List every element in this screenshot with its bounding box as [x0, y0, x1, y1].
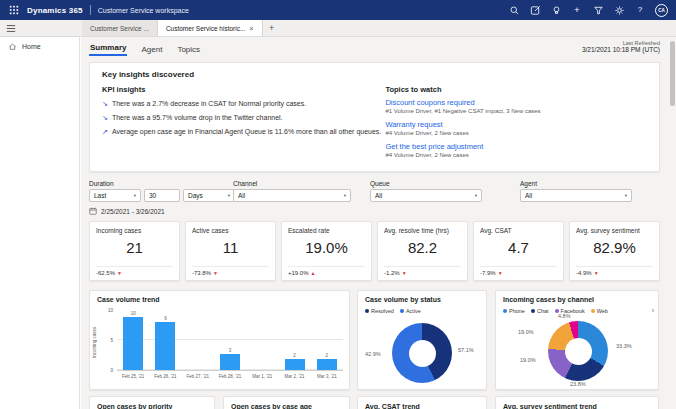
tab-summary[interactable]: Summary [89, 43, 127, 56]
topbar-right: + ? CA [508, 4, 668, 17]
search-icon[interactable] [508, 4, 520, 16]
trend-arrow-icon: ▼ [498, 270, 503, 276]
chart-open-cases-by-priority: Open cases by priority [89, 396, 215, 409]
help-icon[interactable]: ? [634, 4, 646, 16]
chevron-down-icon: ▾ [625, 193, 627, 198]
topic-link[interactable]: Discount coupons required [385, 98, 647, 107]
session-tabs: Customer Service ... Customer Service hi… [82, 20, 263, 36]
waffle-menu-icon[interactable] [8, 4, 20, 16]
legend-item[interactable]: Web [591, 308, 608, 314]
topic-link[interactable]: Get the best price adjustment [385, 142, 647, 151]
pct-label: 42.9% [365, 351, 381, 357]
x-tick-label: Feb 28, '21 [214, 374, 246, 379]
kpi-value: 4.7 [474, 239, 563, 256]
scrollbar-thumb[interactable] [670, 41, 675, 106]
legend-dot [503, 309, 507, 313]
legend-item[interactable]: Chat [531, 308, 549, 314]
hamburger-menu-icon[interactable] [0, 20, 22, 36]
chart-avg-survey-sentiment-trend: Avg. survey sentiment trend [495, 396, 659, 409]
user-avatar[interactable]: CA [655, 4, 668, 17]
topic-item: Warranty request #4 Volume Driver, 2 New… [385, 120, 647, 136]
bar-value-label: 9 [164, 316, 167, 321]
tab-topics[interactable]: Topics [176, 45, 201, 56]
bar-value-label: 2 [326, 353, 329, 358]
tab-customer-service-historical[interactable]: Customer Service historic... × [158, 20, 263, 36]
duration-count-input[interactable]: 30 [144, 189, 180, 202]
trend-down-icon: ↘ [102, 113, 108, 122]
legend-dot [591, 309, 595, 313]
filter-icon[interactable] [592, 4, 604, 16]
pct-label: 19.0% [518, 329, 534, 335]
kpi-insight-item: ↗ Average open case age in Financial Age… [102, 127, 385, 136]
legend-item[interactable]: Phone [503, 308, 525, 314]
tab-customer-service[interactable]: Customer Service ... [82, 20, 158, 36]
bar-slot: 9 [149, 311, 181, 370]
y-axis-title: Incoming cases [92, 317, 97, 367]
kpi-delta: -1.2%▼ [384, 266, 461, 276]
legend-2: PhoneChatFacebookWeb [503, 308, 608, 314]
chart-title: Case volume by status [365, 296, 441, 303]
bar[interactable] [317, 359, 337, 370]
agent-select[interactable]: All▾ [520, 189, 632, 202]
kpi-insight-item: ↘ There was a 95.7% volume drop in the T… [102, 113, 385, 122]
bar-slot: 2 [311, 311, 343, 370]
quick-create-plus-icon[interactable]: + [571, 4, 583, 16]
calendar-icon [89, 207, 97, 215]
kpi-card-incoming-cases: Incoming cases 21 -62.5%▼ [89, 221, 180, 281]
bar[interactable] [285, 359, 305, 370]
donut-1[interactable] [392, 323, 452, 383]
chart-title: Incoming cases by channel [503, 296, 594, 303]
gear-icon[interactable] [613, 4, 625, 16]
bar-xlabels: Feb 25, '21Feb 26, '21Feb 27, '21Feb 28,… [117, 374, 343, 379]
chart-title: Open cases by priority [90, 397, 214, 409]
duration-unit-select[interactable]: Days▾ [183, 189, 235, 202]
kpi-value: 19.0% [282, 239, 371, 256]
kpi-insight-text: Average open case age in Financial Agent… [112, 127, 381, 136]
legend-item[interactable]: Active [400, 308, 421, 314]
pct-label: 23.8% [570, 381, 586, 387]
kpi-delta: -62.5%▼ [96, 266, 173, 276]
bar-yticks: 1050 [99, 309, 113, 374]
trend-arrow-icon: ▼ [594, 270, 599, 276]
x-tick-label: Feb 25, '21 [117, 374, 149, 379]
kpi-value: 21 [90, 239, 179, 256]
kpi-card-avg-csat: Avg. CSAT 4.7 -7.9%▼ [473, 221, 564, 281]
legend-dot [531, 309, 535, 313]
bar-value-label: 3 [229, 348, 232, 353]
app-name[interactable]: Customer Service workspace [98, 7, 189, 14]
bar-slot: 3 [214, 311, 246, 370]
bar[interactable] [220, 354, 240, 370]
donut-2[interactable] [548, 321, 608, 381]
chevron-down-icon: ▾ [344, 193, 346, 198]
bar-slot [182, 311, 214, 370]
sidebar-item-label: Home [22, 43, 41, 50]
tab-agent[interactable]: Agent [140, 45, 163, 56]
legend-label: Active [406, 308, 421, 314]
queue-select[interactable]: All▾ [370, 189, 482, 202]
channel-select[interactable]: All▾ [233, 189, 351, 202]
date-range-value: 2/25/2021 - 3/26/2021 [101, 208, 165, 215]
sidebar-item-home[interactable]: Home [0, 37, 79, 56]
bar-slot [246, 311, 278, 370]
channel-label: Channel [233, 180, 257, 187]
date-range[interactable]: 2/25/2021 - 3/26/2021 [89, 207, 165, 215]
lightbulb-icon[interactable] [550, 4, 562, 16]
kpi-title: Avg. CSAT [474, 222, 563, 234]
legend-item[interactable]: Resolved [365, 308, 394, 314]
kpi-insights-title: KPI insights [102, 85, 385, 94]
pct-label: 33.3% [616, 343, 632, 349]
topics-to-watch-title: Topics to watch [385, 85, 647, 94]
legend-dot [365, 309, 369, 313]
topic-link[interactable]: Warranty request [385, 120, 647, 129]
kpi-insight-text: There was a 2.7% decrease in CSAT for No… [112, 99, 306, 108]
bar[interactable] [123, 317, 143, 370]
compose-icon[interactable] [529, 4, 541, 16]
brand-title[interactable]: Dynamics 365 [27, 6, 83, 15]
close-tab-icon[interactable]: × [249, 24, 253, 33]
legend-next-icon[interactable]: › [652, 307, 654, 314]
new-tab-icon[interactable]: + [263, 20, 281, 36]
trend-down-icon: ↘ [102, 99, 108, 108]
agent-label: Agent [520, 180, 537, 187]
bar[interactable] [155, 322, 175, 370]
duration-last-select[interactable]: Last▾ [89, 189, 141, 202]
